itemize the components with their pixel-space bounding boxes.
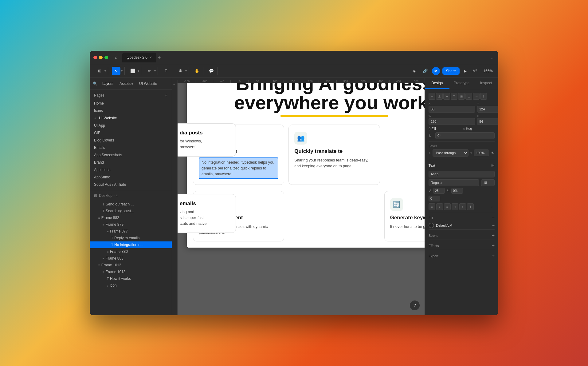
canvas-viewport[interactable]: Bringing AI goodness everywhere you work… — [178, 83, 425, 315]
text-vert-bot-button[interactable]: ⬇ — [467, 203, 474, 210]
page-item-ui-website[interactable]: ✓ UI Website — [92, 114, 170, 122]
page-item-icons[interactable]: Icons — [92, 107, 170, 114]
layer-icon[interactable]: ↓ Icon — [90, 282, 172, 289]
inspect-tab[interactable]: Inspect — [474, 78, 498, 89]
fill-section-remove-button[interactable]: − — [492, 215, 495, 221]
design-tab[interactable]: Design — [425, 78, 449, 89]
align-bottom-button[interactable]: ⊥ — [465, 93, 472, 100]
frame-tool-arrow[interactable]: ▾ — [138, 69, 139, 73]
page-item-app-screenshots[interactable]: App Screenshots — [92, 151, 170, 159]
align-center-v-button[interactable]: ⊞ — [458, 93, 465, 100]
rotation-input[interactable] — [435, 132, 495, 139]
link-icon[interactable]: 🔗 — [421, 67, 429, 75]
font-family-input[interactable] — [429, 171, 495, 177]
select-tool-arrow[interactable]: ▾ — [121, 69, 123, 73]
color-swatch[interactable] — [429, 223, 434, 228]
layer-frame-1012[interactable]: ≡ Frame 1012 — [90, 262, 172, 269]
layer-frame-882[interactable]: ≡ Frame 882 — [90, 214, 172, 221]
text-vert-top-button[interactable]: ⬆ — [452, 203, 458, 210]
visibility-eye-icon[interactable]: 👁 — [491, 151, 495, 155]
grid-tool-arrow[interactable]: ▾ — [104, 69, 106, 73]
page-item-blog-covers[interactable]: Blog Covers — [92, 137, 170, 144]
layer-reply-to-emails[interactable]: T Reply to emails — [90, 235, 172, 241]
text-tool-button[interactable]: T — [162, 67, 170, 75]
layer-frame-879[interactable]: ≡ Frame 879 — [90, 221, 172, 228]
distribute-v-button[interactable]: ⋮ — [480, 93, 487, 100]
pages-add-button[interactable]: + — [165, 93, 167, 98]
line-height-input[interactable] — [433, 188, 445, 194]
component-tool-arrow[interactable]: ▾ — [185, 69, 187, 73]
page-item-appsumo[interactable]: AppSumo — [92, 173, 170, 181]
hand-tool-button[interactable]: ✋ — [193, 67, 201, 75]
text-align-right-button[interactable]: ≡ — [444, 203, 451, 210]
play-button[interactable]: ▶ — [462, 68, 468, 74]
search-icon[interactable]: 🔍 — [93, 82, 97, 86]
layer-frame-877[interactable]: ≡ Frame 877 — [90, 228, 172, 235]
align-left-button[interactable]: ⊣ — [429, 93, 435, 100]
share-button[interactable]: Share — [442, 67, 460, 75]
assets-tab[interactable]: Assets — [117, 80, 135, 87]
text-align-center-button[interactable]: ≡ — [436, 203, 443, 210]
layer-how-it-works[interactable]: T How it works — [90, 275, 172, 282]
align-right-button[interactable]: ⊢ — [443, 93, 450, 100]
align-top-button[interactable]: ⊤ — [451, 93, 457, 100]
prototype-tab[interactable]: Prototype — [449, 78, 474, 89]
minimize-button[interactable] — [99, 56, 103, 59]
page-item-home[interactable]: Home — [92, 100, 170, 107]
layers-tab[interactable]: Layers — [100, 80, 116, 87]
ui-website-tab[interactable]: UI Website — [137, 80, 159, 87]
align-center-h-button[interactable]: ⊥ — [436, 93, 443, 100]
add-tab-button[interactable]: + — [158, 55, 161, 60]
page-item-gif[interactable]: GIF — [92, 129, 170, 137]
pen-tool-arrow[interactable]: ▾ — [154, 69, 156, 73]
y-input[interactable] — [477, 106, 498, 113]
layer-frame-883[interactable]: ≡ Frame 883 — [90, 255, 172, 262]
zoom-level-button[interactable]: 155% — [481, 68, 495, 74]
letter-spacing-input[interactable] — [451, 188, 463, 194]
layer-mode-select[interactable]: Pass through Normal Multiply — [433, 149, 468, 157]
page-item-emails[interactable]: Emails — [92, 144, 170, 151]
frame-tool-button[interactable]: ⬜ — [128, 67, 137, 75]
h-input[interactable] — [477, 118, 498, 125]
tab-close-icon[interactable]: ✕ — [149, 56, 152, 59]
comment-tool-button[interactable]: 💬 — [207, 67, 216, 75]
page-item-app-icons[interactable]: App Icons — [92, 166, 170, 173]
page-item-ui-app[interactable]: UI App — [92, 122, 170, 129]
opacity-input[interactable] — [474, 149, 489, 156]
tab-typedesk[interactable]: typedesk 2.0 ✕ — [122, 53, 156, 62]
font-weight-input[interactable] — [429, 179, 479, 186]
component-library-icon[interactable]: ◈ — [410, 67, 418, 75]
effects-add-button[interactable]: + — [492, 243, 495, 249]
help-button[interactable]: ? — [410, 300, 420, 310]
page-item-social-ads[interactable]: Social Ads / Affiliate — [92, 181, 170, 188]
home-icon-button[interactable]: ⌂ — [112, 53, 120, 62]
para-spacing-input[interactable] — [429, 196, 440, 201]
x-input[interactable] — [429, 106, 475, 113]
accessibility-button[interactable]: A? — [471, 68, 479, 74]
fullscreen-button[interactable] — [104, 56, 108, 59]
grid-tool-button[interactable]: ⊞ — [95, 67, 104, 75]
layer-frame-880[interactable]: ≡ Frame 880 — [90, 248, 172, 255]
layer-no-integration[interactable]: T No integration n... — [90, 241, 172, 248]
layer-send-outreach[interactable]: T Send outreach ... — [90, 201, 172, 208]
desktop-label[interactable]: Desktop - 4 — [99, 193, 118, 198]
canvas-area[interactable]: -150 -100 -40 0 50 100 150 200 250 300 3… — [172, 78, 425, 315]
pen-tool-button[interactable]: ✏ — [145, 67, 154, 75]
layer-frame-1013[interactable]: ≡ Frame 1013 — [90, 269, 172, 275]
distribute-h-button[interactable]: ⋯ — [473, 93, 480, 100]
close-button[interactable] — [93, 56, 97, 59]
text-options-more-button[interactable]: ··· — [491, 204, 495, 209]
text-vert-mid-button[interactable]: ↕ — [459, 203, 466, 210]
font-size-input[interactable] — [481, 179, 495, 186]
text-align-left-button[interactable]: ≡ — [429, 203, 435, 210]
layer-searching-cust[interactable]: T Searching, cust... — [90, 208, 172, 214]
fill-remove-button[interactable]: − — [492, 223, 495, 228]
page-item-brand[interactable]: Brand — [92, 159, 170, 166]
export-add-button[interactable]: + — [492, 253, 495, 259]
component-tool-button[interactable]: ❋ — [176, 67, 185, 75]
more-options-icon[interactable]: ... — [491, 55, 495, 60]
stroke-add-button[interactable]: + — [492, 233, 495, 238]
w-input[interactable] — [429, 118, 475, 125]
select-tool-button[interactable]: ↖ — [112, 67, 120, 75]
text-more-options-button[interactable]: ⊞ — [491, 162, 495, 168]
